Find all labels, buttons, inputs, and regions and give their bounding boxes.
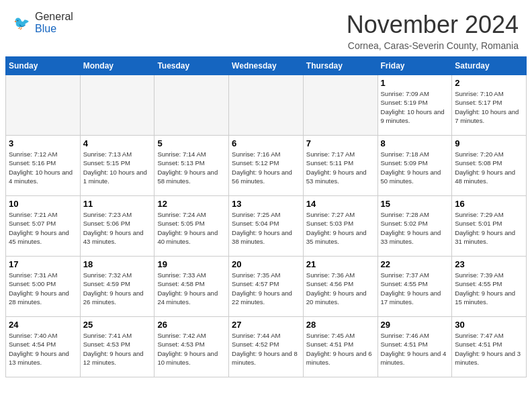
logo-icon: 🐦 — [13, 13, 32, 32]
calendar-day-cell: 2Sunrise: 7:10 AMSunset: 5:17 PMDaylight… — [452, 75, 527, 136]
calendar-day-cell: 30Sunrise: 7:47 AMSunset: 4:51 PMDayligh… — [452, 317, 527, 377]
calendar-wrapper: SundayMondayTuesdayWednesdayThursdayFrid… — [0, 56, 532, 383]
calendar-day-cell: 21Sunrise: 7:36 AMSunset: 4:56 PMDayligh… — [303, 257, 378, 317]
day-info: Sunrise: 7:17 AMSunset: 5:11 PMDaylight:… — [306, 150, 375, 185]
page-header: 🐦 General Blue November 2024 Cornea, Car… — [0, 0, 532, 56]
day-number: 25 — [83, 320, 152, 330]
day-number: 16 — [455, 199, 523, 209]
day-info: Sunrise: 7:37 AMSunset: 4:55 PMDaylight:… — [381, 271, 449, 306]
day-info: Sunrise: 7:44 AMSunset: 4:52 PMDaylight:… — [232, 331, 300, 367]
day-info: Sunrise: 7:13 AMSunset: 5:15 PMDaylight:… — [83, 150, 152, 185]
day-number: 11 — [83, 199, 152, 209]
day-number: 22 — [381, 259, 449, 269]
calendar-week-row: 10Sunrise: 7:21 AMSunset: 5:07 PMDayligh… — [6, 196, 527, 257]
day-info: Sunrise: 7:35 AMSunset: 4:57 PMDaylight:… — [232, 271, 300, 306]
calendar-header-row: SundayMondayTuesdayWednesdayThursdayFrid… — [6, 57, 527, 75]
calendar-week-row: 1Sunrise: 7:09 AMSunset: 5:19 PMDaylight… — [6, 75, 527, 136]
calendar-day-cell: 9Sunrise: 7:20 AMSunset: 5:08 PMDaylight… — [452, 136, 527, 196]
calendar-day-cell: 1Sunrise: 7:09 AMSunset: 5:19 PMDaylight… — [378, 75, 452, 136]
day-info: Sunrise: 7:36 AMSunset: 4:56 PMDaylight:… — [306, 271, 375, 306]
calendar-day-cell: 26Sunrise: 7:42 AMSunset: 4:53 PMDayligh… — [154, 317, 229, 377]
calendar-day-header: Tuesday — [154, 57, 229, 75]
day-number: 28 — [306, 320, 375, 330]
logo-general-text: General — [35, 11, 73, 22]
calendar-day-header: Sunday — [6, 57, 81, 75]
calendar-week-row: 24Sunrise: 7:40 AMSunset: 4:54 PMDayligh… — [6, 317, 527, 377]
calendar-day-cell: 27Sunrise: 7:44 AMSunset: 4:52 PMDayligh… — [229, 317, 304, 377]
calendar-day-cell — [6, 75, 81, 136]
day-info: Sunrise: 7:25 AMSunset: 5:04 PMDaylight:… — [232, 210, 300, 246]
day-number: 17 — [9, 259, 77, 269]
day-number: 9 — [455, 138, 523, 148]
day-info: Sunrise: 7:12 AMSunset: 5:16 PMDaylight:… — [9, 150, 77, 185]
calendar-day-cell: 8Sunrise: 7:18 AMSunset: 5:09 PMDaylight… — [378, 136, 452, 196]
day-info: Sunrise: 7:23 AMSunset: 5:06 PMDaylight:… — [83, 210, 152, 246]
calendar-day-cell: 20Sunrise: 7:35 AMSunset: 4:57 PMDayligh… — [229, 257, 304, 317]
location-text: Cornea, Caras-Severin County, Romania — [347, 40, 519, 51]
logo: 🐦 General Blue — [13, 11, 73, 35]
day-number: 6 — [232, 138, 300, 148]
day-number: 12 — [157, 199, 226, 209]
calendar-day-cell: 7Sunrise: 7:17 AMSunset: 5:11 PMDaylight… — [303, 136, 378, 196]
calendar-day-cell: 24Sunrise: 7:40 AMSunset: 4:54 PMDayligh… — [6, 317, 81, 377]
calendar-day-cell: 15Sunrise: 7:28 AMSunset: 5:02 PMDayligh… — [378, 196, 452, 257]
day-info: Sunrise: 7:28 AMSunset: 5:02 PMDaylight:… — [381, 210, 449, 246]
day-number: 7 — [306, 138, 375, 148]
day-info: Sunrise: 7:39 AMSunset: 4:55 PMDaylight:… — [455, 271, 523, 306]
day-number: 15 — [381, 199, 449, 209]
day-info: Sunrise: 7:14 AMSunset: 5:13 PMDaylight:… — [157, 150, 226, 185]
day-info: Sunrise: 7:09 AMSunset: 5:19 PMDaylight:… — [381, 89, 449, 125]
calendar-day-cell: 28Sunrise: 7:45 AMSunset: 4:51 PMDayligh… — [303, 317, 378, 377]
day-info: Sunrise: 7:29 AMSunset: 5:01 PMDaylight:… — [455, 210, 523, 246]
day-info: Sunrise: 7:32 AMSunset: 4:59 PMDaylight:… — [83, 271, 152, 306]
day-number: 20 — [232, 259, 300, 269]
calendar-day-cell: 16Sunrise: 7:29 AMSunset: 5:01 PMDayligh… — [452, 196, 527, 257]
calendar-day-cell: 14Sunrise: 7:27 AMSunset: 5:03 PMDayligh… — [303, 196, 378, 257]
day-number: 21 — [306, 259, 375, 269]
day-info: Sunrise: 7:40 AMSunset: 4:54 PMDaylight:… — [9, 331, 77, 367]
calendar-day-cell: 23Sunrise: 7:39 AMSunset: 4:55 PMDayligh… — [452, 257, 527, 317]
day-number: 2 — [455, 78, 523, 88]
calendar-day-cell: 11Sunrise: 7:23 AMSunset: 5:06 PMDayligh… — [80, 196, 154, 257]
day-number: 19 — [157, 259, 226, 269]
day-info: Sunrise: 7:31 AMSunset: 5:00 PMDaylight:… — [9, 271, 77, 306]
calendar-day-header: Thursday — [303, 57, 378, 75]
calendar-day-cell: 19Sunrise: 7:33 AMSunset: 4:58 PMDayligh… — [154, 257, 229, 317]
calendar-table: SundayMondayTuesdayWednesdayThursdayFrid… — [5, 56, 527, 377]
calendar-day-cell: 25Sunrise: 7:41 AMSunset: 4:53 PMDayligh… — [80, 317, 154, 377]
calendar-day-cell: 3Sunrise: 7:12 AMSunset: 5:16 PMDaylight… — [6, 136, 81, 196]
calendar-week-row: 3Sunrise: 7:12 AMSunset: 5:16 PMDaylight… — [6, 136, 527, 196]
day-number: 13 — [232, 199, 300, 209]
calendar-day-cell — [303, 75, 378, 136]
svg-text:🐦: 🐦 — [13, 15, 30, 31]
calendar-day-cell: 10Sunrise: 7:21 AMSunset: 5:07 PMDayligh… — [6, 196, 81, 257]
day-number: 5 — [157, 138, 226, 148]
calendar-day-cell: 17Sunrise: 7:31 AMSunset: 5:00 PMDayligh… — [6, 257, 81, 317]
calendar-day-cell — [80, 75, 154, 136]
day-info: Sunrise: 7:16 AMSunset: 5:12 PMDaylight:… — [232, 150, 300, 185]
day-info: Sunrise: 7:21 AMSunset: 5:07 PMDaylight:… — [9, 210, 77, 246]
logo-blue-text: Blue — [35, 23, 56, 34]
calendar-week-row: 17Sunrise: 7:31 AMSunset: 5:00 PMDayligh… — [6, 257, 527, 317]
day-number: 14 — [306, 199, 375, 209]
day-number: 23 — [455, 259, 523, 269]
day-number: 4 — [83, 138, 152, 148]
day-number: 29 — [381, 320, 449, 330]
day-number: 1 — [381, 78, 449, 88]
title-block: November 2024 Cornea, Caras-Severin Coun… — [347, 11, 519, 51]
day-number: 30 — [455, 320, 523, 330]
day-info: Sunrise: 7:46 AMSunset: 4:51 PMDaylight:… — [381, 331, 449, 367]
calendar-day-cell — [154, 75, 229, 136]
day-number: 18 — [83, 259, 152, 269]
calendar-day-header: Wednesday — [229, 57, 304, 75]
calendar-day-cell: 18Sunrise: 7:32 AMSunset: 4:59 PMDayligh… — [80, 257, 154, 317]
day-info: Sunrise: 7:24 AMSunset: 5:05 PMDaylight:… — [157, 210, 226, 246]
day-info: Sunrise: 7:45 AMSunset: 4:51 PMDaylight:… — [306, 331, 375, 367]
day-info: Sunrise: 7:20 AMSunset: 5:08 PMDaylight:… — [455, 150, 523, 185]
day-number: 8 — [381, 138, 449, 148]
day-number: 27 — [232, 320, 300, 330]
day-info: Sunrise: 7:10 AMSunset: 5:17 PMDaylight:… — [455, 89, 523, 125]
calendar-day-cell: 6Sunrise: 7:16 AMSunset: 5:12 PMDaylight… — [229, 136, 304, 196]
day-info: Sunrise: 7:42 AMSunset: 4:53 PMDaylight:… — [157, 331, 226, 367]
calendar-day-cell: 13Sunrise: 7:25 AMSunset: 5:04 PMDayligh… — [229, 196, 304, 257]
